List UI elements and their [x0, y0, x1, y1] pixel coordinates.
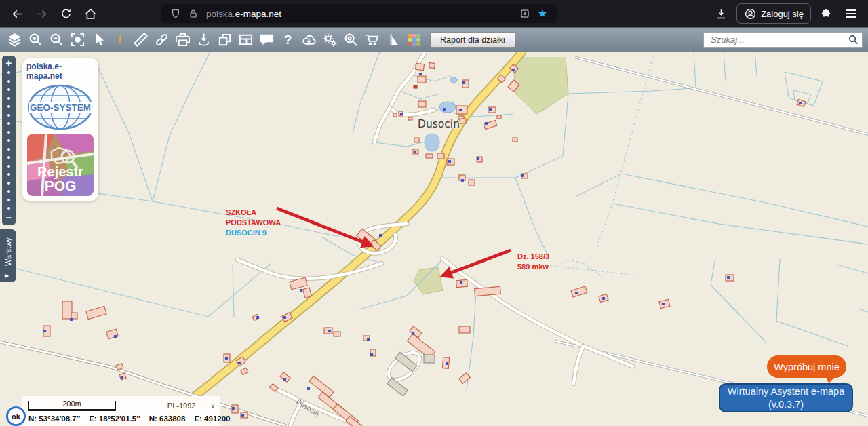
save-page-icon[interactable]	[516, 5, 534, 22]
help-icon: ?	[280, 32, 296, 47]
zoom-level-dot[interactable]	[7, 71, 10, 74]
tool-panels-button[interactable]	[237, 31, 256, 50]
ok-button[interactable]: ok	[6, 406, 26, 426]
tool-print-button[interactable]	[174, 31, 193, 50]
tool-locate-button[interactable]	[195, 31, 214, 50]
tool-zoom-in-button[interactable]	[26, 31, 45, 50]
zoom-level-dot[interactable]	[7, 131, 10, 134]
url-bar[interactable]: polska.e-mapa.net ★	[161, 4, 557, 23]
report-for-parcel-button[interactable]: Raport dla działki	[430, 32, 515, 48]
zoom-out-icon	[49, 32, 64, 47]
zoom-level-dot[interactable]	[7, 105, 10, 108]
zoom-level-dot[interactable]	[7, 190, 10, 193]
tool-link-button[interactable]	[153, 31, 172, 50]
tool-extent-button[interactable]	[68, 31, 87, 50]
zoom-level-dot[interactable]	[7, 122, 10, 125]
zoom-level-dot[interactable]	[7, 88, 10, 91]
tool-windows-button[interactable]	[216, 31, 235, 50]
login-label: Zaloguj się	[761, 9, 804, 19]
tool-layers-button[interactable]	[5, 31, 24, 50]
hamburger-icon	[846, 9, 856, 18]
zoom-in-button[interactable]: +	[6, 58, 12, 69]
assistant-version: (v.0.3.7)	[768, 398, 804, 411]
home-icon	[84, 7, 97, 20]
assistant-try-me-bubble[interactable]: Wypróbuj mnie	[767, 355, 846, 378]
zoom-in-icon	[28, 32, 43, 47]
svg-text:POG: POG	[45, 178, 77, 193]
crs-label: PL-1992	[167, 402, 196, 410]
assistant-title: Wirtualny Asystent e-mapa	[728, 385, 844, 398]
chevron-down-icon: ∨	[210, 402, 215, 409]
tool-comment-button[interactable]	[258, 31, 277, 50]
pointer-icon	[91, 32, 106, 47]
zoom-level-dot[interactable]	[7, 173, 10, 176]
tool-measure-button[interactable]	[132, 31, 151, 50]
zoom-level-dot[interactable]	[7, 139, 10, 142]
print-icon	[175, 32, 191, 47]
zoom-level-dot[interactable]	[7, 199, 10, 201]
download-icon	[715, 7, 728, 20]
place-label: Dusocin	[418, 118, 460, 130]
coordinate-value: N: 633808	[149, 414, 186, 423]
tool-cart-button[interactable]	[363, 31, 382, 50]
back-icon	[11, 7, 24, 20]
tool-compare-button[interactable]	[384, 31, 403, 50]
tool-info-button[interactable]: i	[111, 31, 130, 50]
forward-icon	[35, 7, 48, 20]
measure-icon	[133, 32, 149, 47]
menu-button[interactable]	[842, 5, 860, 22]
virtual-assistant-button[interactable]: Wirtualny Asystent e-mapa (v.0.3.7)	[719, 383, 853, 412]
search-icon[interactable]	[848, 34, 859, 45]
site-title: polska.e-mapa.net	[26, 62, 94, 81]
svg-text:i: i	[118, 33, 121, 46]
zoom-level-dot[interactable]	[7, 156, 10, 159]
scale-bar: 200m	[28, 401, 116, 411]
zoom-level-dot[interactable]	[7, 97, 10, 100]
forward-button[interactable]	[33, 5, 50, 22]
cloud-download-icon	[301, 32, 317, 47]
extensions-button[interactable]	[818, 5, 835, 22]
tool-cloud-download-button[interactable]	[300, 31, 319, 50]
tool-search-object-button[interactable]	[342, 31, 361, 50]
tool-zoom-out-button[interactable]	[47, 31, 66, 50]
tool-help-button[interactable]: ?	[279, 31, 298, 50]
zoom-level-dot[interactable]	[7, 80, 10, 83]
shield-icon[interactable]	[167, 5, 184, 22]
puzzle-icon	[821, 7, 833, 20]
application-window: polska.e-mapa.net ★ Zaloguj się i? Rapor…	[0, 0, 868, 426]
geo-system-logo[interactable]: GEO-SYSTEM	[27, 83, 94, 131]
search-box[interactable]	[703, 32, 863, 48]
extent-icon	[70, 32, 85, 47]
zoom-level-dot[interactable]	[7, 207, 10, 210]
compare-icon	[385, 32, 401, 47]
layers-panel-tab[interactable]: Warstwy ▶	[0, 229, 16, 282]
zoom-level-dot[interactable]	[7, 165, 10, 168]
svg-text:Rejestr: Rejestr	[37, 164, 83, 179]
zoom-level-dot[interactable]	[7, 182, 10, 185]
windows-icon	[217, 32, 233, 47]
tool-settings-button[interactable]	[321, 31, 340, 50]
rejestr-pog-logo[interactable]: Rejestr POG	[27, 134, 94, 196]
zoom-level-dot[interactable]	[7, 148, 10, 151]
downloads-button[interactable]	[712, 5, 730, 22]
bookmark-star-icon[interactable]: ★	[534, 5, 551, 22]
zoom-level-dots[interactable]	[7, 69, 10, 212]
info-icon: i	[112, 32, 127, 47]
branding-card: polska.e-mapa.net GEO-SYSTEM	[22, 58, 98, 201]
tool-pointer-button[interactable]	[90, 31, 108, 50]
tool-modules-button[interactable]	[405, 31, 424, 50]
zoom-level-dot[interactable]	[7, 114, 10, 117]
map-canvas[interactable]: DusocinDusocin SZKOŁAPODSTAWOWADUSOCIN 9…	[0, 52, 868, 426]
reload-button[interactable]	[57, 5, 75, 22]
zoom-out-button[interactable]: −	[6, 212, 12, 223]
url-text: polska.e-mapa.net	[206, 9, 516, 19]
login-button[interactable]: Zaloguj się	[736, 3, 811, 24]
crs-selector[interactable]: PL-1992 ∨	[167, 402, 215, 411]
search-input[interactable]	[709, 34, 848, 45]
back-button[interactable]	[8, 5, 26, 22]
home-button[interactable]	[81, 5, 99, 22]
parcel-annotation: Dz. 158/3589 mkw	[517, 252, 549, 272]
svg-text:GEO-SYSTEM: GEO-SYSTEM	[30, 102, 91, 113]
zoom-slider[interactable]: + −	[2, 56, 16, 225]
lock-icon[interactable]	[184, 5, 202, 22]
